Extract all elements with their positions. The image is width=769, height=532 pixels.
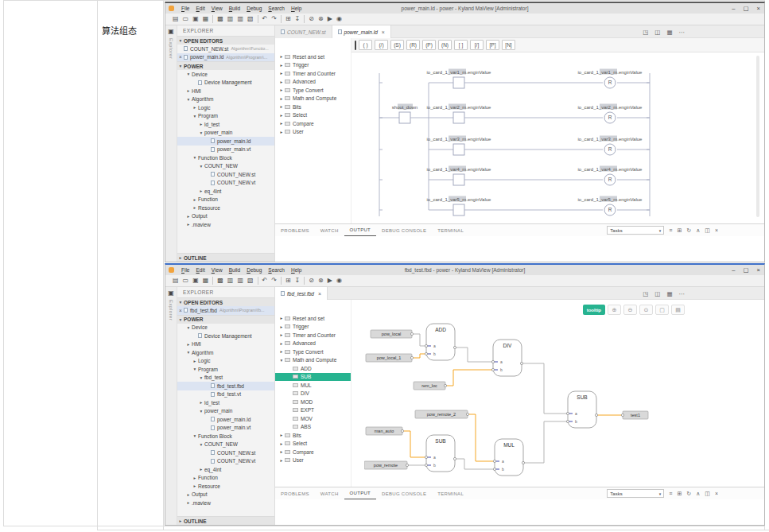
tree-item-program[interactable]: ▾Program: [177, 112, 274, 121]
tree-item-logic[interactable]: ▸Logic: [177, 357, 274, 366]
tree-item-function-block[interactable]: ▾Function Block: [177, 153, 274, 162]
fbd-wire-2[interactable]: [455, 348, 493, 362]
stop-icon[interactable]: ⊗: [318, 16, 324, 22]
panel-tab-output[interactable]: OUTPUT: [344, 224, 376, 236]
clear-output-icon[interactable]: ↻: [686, 491, 691, 497]
ld-tool-contact-negated[interactable]: [/]: [470, 40, 484, 50]
fbd-wire-3[interactable]: [445, 370, 493, 386]
tree-item-device[interactable]: ▾Device: [177, 324, 274, 332]
open-in-editor-icon[interactable]: ⊞: [677, 227, 682, 234]
tree-item-resource[interactable]: ▸Resource: [177, 482, 274, 491]
ld-rung-3[interactable]: Rio_card_1_var3_m.enginValueio_card_1_va…: [379, 136, 650, 156]
fbd-tag-pow_remote_2[interactable]: pow_remote_2: [415, 410, 468, 418]
zoom-reset-icon[interactable]: ⊙: [639, 305, 653, 315]
word-wrap-icon[interactable]: ≡: [669, 491, 672, 496]
palette-group-type-convert[interactable]: ▸Type Convert: [275, 348, 351, 356]
tree-item-power_main[interactable]: ▾power_main: [177, 129, 274, 138]
open-editor-fbd_test.fbd[interactable]: ×fbd_test.fbdAlgorithm\Program\fb...: [177, 306, 274, 315]
palette-group-bits[interactable]: ▸Bits: [275, 431, 351, 440]
tree-item-logic[interactable]: ▸Logic: [177, 103, 274, 112]
open-editors-header[interactable]: ▾OPEN EDITORS: [177, 297, 274, 306]
grid-layout-icon[interactable]: ▦: [666, 29, 672, 36]
tree-item-power_main[interactable]: ▾power_main: [177, 407, 274, 416]
tab-COUNT_NEW.st[interactable]: COUNT_NEW.st: [275, 25, 332, 38]
ld-branch-contact[interactable]: shout_down: [379, 104, 429, 124]
tree-item-hmi[interactable]: ▸HMI: [177, 340, 274, 349]
fbd-tag-pow_remote[interactable]: pow_remote: [364, 461, 407, 469]
project-header[interactable]: ▾POWER: [177, 315, 274, 324]
tree-item-count_new[interactable]: ▾COUNT_NEW: [177, 162, 274, 171]
fbd-block-mul-4[interactable]: MULab: [495, 439, 523, 476]
palette-group-math-and-compute[interactable]: ▾Math and Compute: [275, 356, 351, 365]
tree-item-.maview[interactable]: ▸.maview: [177, 499, 274, 507]
panel-tab-watch[interactable]: WATCH: [315, 487, 344, 499]
tasks-dropdown[interactable]: Tasks▾: [607, 489, 664, 498]
new-file-icon[interactable]: ▤: [173, 16, 179, 22]
fbd-tag-rem_loc[interactable]: rem_loc: [414, 382, 445, 390]
contact-symbol[interactable]: [453, 174, 464, 185]
paste-icon[interactable]: ▥: [237, 16, 243, 22]
undo-icon[interactable]: ↶: [262, 16, 268, 22]
tree-item-hmi[interactable]: ▸HMI: [177, 87, 274, 95]
tab-fbd_test.fbd[interactable]: fbd_test.fbd×: [275, 287, 328, 300]
fit-screen-icon[interactable]: ▢: [655, 305, 669, 315]
ld-rung-5[interactable]: Rio_card_1_var5_m.enginValueio_card_1_va…: [379, 196, 650, 216]
fbd-tag-test1[interactable]: test1: [623, 411, 648, 419]
menu-search[interactable]: Search: [265, 267, 288, 273]
panel-tab-watch[interactable]: WATCH: [315, 224, 344, 236]
menu-file[interactable]: File: [178, 267, 193, 273]
tree-item-output[interactable]: ▸Output: [177, 212, 274, 221]
tree-item-eq_4int[interactable]: ▸eq_4int: [177, 187, 274, 196]
panel-tab-terminal[interactable]: TERMINAL: [432, 224, 469, 236]
tab-power_main.ld[interactable]: power_main.ld×: [332, 25, 391, 38]
redo-icon[interactable]: ↷: [271, 16, 277, 22]
ld-tool-contact-positive[interactable]: [P]: [486, 40, 499, 50]
copy-icon[interactable]: ▥: [227, 278, 234, 284]
palette-group-type-convert[interactable]: ▸Type Convert: [275, 86, 351, 95]
run-icon[interactable]: ▶: [328, 16, 332, 22]
fbd-wire-4[interactable]: [522, 363, 568, 414]
menu-edit[interactable]: Edit: [193, 6, 208, 11]
open-in-editor-icon[interactable]: ⊞: [677, 491, 682, 497]
download-icon[interactable]: ↧: [295, 16, 301, 22]
tree-item-count_new.vt[interactable]: COUNT_NEW.vt: [177, 179, 274, 188]
run-icon[interactable]: ▶: [328, 278, 332, 284]
tree-item-device-management[interactable]: Device Management: [177, 79, 274, 87]
palette-group-timer-and-counter[interactable]: ▸Timer and Counter: [275, 69, 351, 78]
minimize-button[interactable]: –: [732, 266, 735, 274]
explorer-activity-icon[interactable]: ▣: [168, 28, 174, 35]
save-all-icon[interactable]: ▦: [203, 278, 209, 284]
close-editor-icon[interactable]: ×: [177, 54, 184, 60]
close-panel-icon[interactable]: ×: [715, 491, 718, 496]
ld-tool-coil-set[interactable]: (S): [390, 40, 404, 50]
menu-build[interactable]: Build: [226, 267, 243, 273]
contact-symbol[interactable]: [453, 77, 464, 88]
tree-item-algorithm[interactable]: ▾Algorithm: [177, 348, 274, 357]
panel-tab-problems[interactable]: PROBLEMS: [275, 224, 315, 236]
cancel-icon[interactable]: ⊘: [309, 16, 314, 22]
close-tab-icon[interactable]: ×: [382, 29, 385, 35]
contact-symbol[interactable]: [453, 204, 464, 216]
tree-item-function-block[interactable]: ▾Function Block: [177, 432, 274, 441]
palette-item-abs[interactable]: ABS: [275, 423, 351, 432]
palette-group-compare[interactable]: ▸Compare: [275, 119, 351, 128]
collapse-panel-icon[interactable]: ∧: [696, 491, 700, 497]
more-actions-icon[interactable]: ⋯: [679, 29, 685, 36]
stop-icon[interactable]: ⊗: [318, 278, 324, 284]
explorer-activity-icon[interactable]: ▣: [168, 289, 174, 297]
menu-search[interactable]: Search: [265, 6, 288, 11]
palette-item-sub[interactable]: SUB: [275, 373, 351, 382]
close-button[interactable]: ×: [757, 5, 760, 12]
menu-edit[interactable]: Edit: [193, 267, 208, 273]
maximize-panel-icon[interactable]: ◫: [705, 227, 710, 234]
redo-icon[interactable]: ↷: [271, 278, 277, 284]
record-icon[interactable]: ◉: [336, 16, 342, 22]
ld-tool-coil[interactable]: ( ): [359, 40, 372, 50]
build-icon[interactable]: ⊞: [285, 278, 291, 284]
cancel-icon[interactable]: ⊘: [309, 278, 314, 284]
ld-tool-contact-negative[interactable]: [N]: [502, 40, 515, 50]
download-icon[interactable]: ↧: [295, 278, 301, 284]
open-editors-header[interactable]: ▾OPEN EDITORS: [177, 36, 274, 45]
palette-item-add[interactable]: ADD: [275, 364, 351, 373]
palette-group-reset-and-set[interactable]: ▸Reset and set: [275, 314, 351, 323]
